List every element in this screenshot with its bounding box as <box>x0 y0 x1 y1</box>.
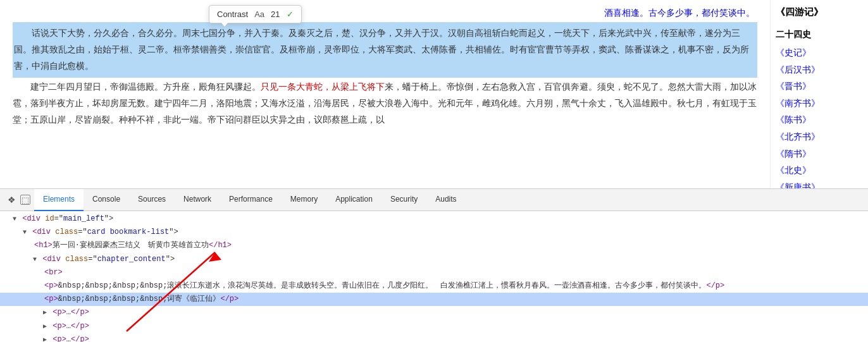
tab-elements[interactable]: Elements <box>34 189 84 211</box>
right-sidebar: 《四游记》 二十四史 《史记》 《后汉书》 《晋书》 《南齐书》 《陈书》 《北… <box>770 0 868 188</box>
triangle-1[interactable] <box>13 216 16 223</box>
sidebar-link-nanqishu[interactable]: 《南齐书》 <box>776 95 863 112</box>
sidebar-link-beishi[interactable]: 《北史》 <box>776 162 863 179</box>
contrast-label: Contrast <box>217 9 248 19</box>
sidebar-link-beiqishu[interactable]: 《北齐书》 <box>776 128 863 145</box>
devtools-dom-tree[interactable]: <div id="main_left"> <div class="card bo… <box>0 211 868 342</box>
tab-application[interactable]: Application <box>326 189 381 211</box>
main-content-area: Contrast Aa 21 ✓ 酒喜相逢。古今多少事，都付笑谈中。 话说天下大… <box>0 0 868 188</box>
dom-line-3[interactable]: <h1>第一回·宴桃园豪杰三结义 斩黄巾英雄首立功</h1> <box>0 239 868 252</box>
tab-performance[interactable]: Performance <box>220 189 282 211</box>
tab-security[interactable]: Security <box>381 189 426 211</box>
normal-paragraphs: 建宁二年四月望日，帝御温德殿。方升座，殿角狂风骤起。只见一条大青蛇，从梁上飞将下… <box>13 79 757 128</box>
dom-line-5[interactable]: <br> <box>0 266 868 279</box>
contrast-check: ✓ <box>287 9 294 19</box>
contrast-aa[interactable]: Aa <box>254 9 264 19</box>
top-line-text: 酒喜相逢。古今多少事，都付笑谈中。 <box>604 8 755 18</box>
dom-line-6[interactable]: <p>&nbsp;&nbsp;&nbsp;&nbsp;滚滚长江东逝水，浪花淘尽英… <box>0 279 868 293</box>
dom-line-7[interactable]: <p>&nbsp;&nbsp;&nbsp;&nbsp;词寄《临江仙》</p> <box>0 293 868 306</box>
triangle-8[interactable] <box>43 309 47 316</box>
tab-sources[interactable]: Sources <box>129 189 175 211</box>
contrast-popup[interactable]: Contrast Aa 21 ✓ <box>209 5 302 23</box>
contrast-value: 21 <box>271 9 280 19</box>
sidebar-title-4youji: 《四游记》 <box>776 3 863 21</box>
dom-line-9[interactable]: <p>…</p> <box>0 320 868 333</box>
devtools-icon-group: ❖ ⬚ <box>3 195 34 205</box>
sidebar-title-24shi: 二十四史 <box>776 25 863 43</box>
sidebar-link-jinshu[interactable]: 《晋书》 <box>776 78 863 95</box>
left-content: 酒喜相逢。古今多少事，都付笑谈中。 话说天下大势，分久必合，合久必分。周末七国分… <box>0 0 770 188</box>
tab-memory[interactable]: Memory <box>282 189 326 211</box>
sidebar-link-chenshu[interactable]: 《陈书》 <box>776 111 863 128</box>
dom-line-8[interactable]: <p>…</p> <box>0 306 868 319</box>
tab-network[interactable]: Network <box>175 189 220 211</box>
triangle-10[interactable] <box>43 336 47 342</box>
red-text: 只见一条大青蛇，从梁上飞将下 <box>261 82 385 92</box>
sidebar-link-houhanshu[interactable]: 《后汉书》 <box>776 61 863 78</box>
sidebar-link-shiji[interactable]: 《史记》 <box>776 44 863 61</box>
triangle-2[interactable] <box>23 229 27 236</box>
sidebar-link-xintangshu[interactable]: 《新唐书》 <box>776 179 863 188</box>
triangle-9[interactable] <box>43 323 47 330</box>
highlighted-paragraph: 话说天下大势，分久必合，合久必分。周末七国分争，并入于秦。及秦灭之后，楚、汉分争… <box>13 22 757 78</box>
dom-line-2[interactable]: <div class="card bookmark-list"> <box>0 226 868 239</box>
cursor-icon[interactable]: ❖ <box>6 195 16 205</box>
triangle-4[interactable] <box>33 256 37 263</box>
dom-line-1[interactable]: <div id="main_left"> <box>0 212 868 226</box>
top-line: 酒喜相逢。古今多少事，都付笑谈中。 <box>13 5 757 21</box>
inspector-icon[interactable]: ⬚ <box>20 195 30 205</box>
tab-audits[interactable]: Audits <box>426 189 465 211</box>
dom-line-4[interactable]: <div class="chapter_content"> <box>0 253 868 266</box>
devtools-panel: ❖ ⬚ Elements Console Sources Network Per… <box>0 188 868 342</box>
sidebar-link-suishu[interactable]: 《隋书》 <box>776 145 863 162</box>
dom-line-10[interactable]: <p>…</p> <box>0 333 868 342</box>
paragraph-1: 话说天下大势，分久必合，合久必分。周末七国分争，并入于秦。及秦灭之后，楚、汉分争… <box>14 25 756 75</box>
devtools-tabs: ❖ ⬚ Elements Console Sources Network Per… <box>0 189 868 211</box>
paragraph-2: 建宁二年四月望日，帝御温德殿。方升座，殿角狂风骤起。只见一条大青蛇，从梁上飞将下… <box>13 79 757 128</box>
tab-console[interactable]: Console <box>84 189 129 211</box>
